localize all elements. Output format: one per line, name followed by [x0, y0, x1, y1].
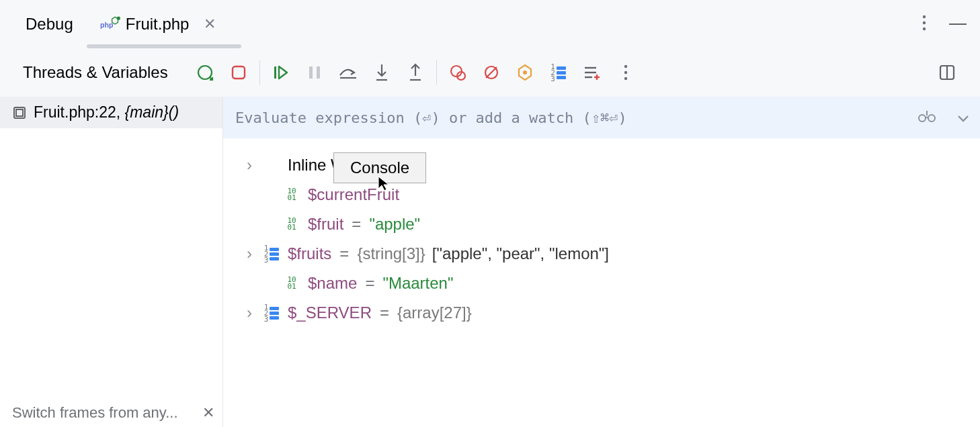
svg-point-1	[116, 17, 120, 20]
cursor-icon	[378, 176, 390, 195]
rerun-icon[interactable]	[188, 59, 222, 86]
status-message: Switch frames from any... ✕	[12, 404, 214, 422]
tab-debug[interactable]: Debug	[12, 15, 87, 34]
evaluate-expression-input[interactable]: Evaluate expression (⏎) or add a watch (…	[223, 97, 980, 138]
variables-panel: Evaluate expression (⏎) or add a watch (…	[223, 97, 980, 427]
glasses-icon[interactable]	[917, 109, 937, 126]
status-text: Switch frames from any...	[12, 404, 178, 422]
stop-icon[interactable]	[222, 59, 255, 86]
variable-value: "apple"	[369, 215, 420, 234]
svg-point-4	[923, 28, 926, 30]
close-status-icon[interactable]: ✕	[202, 404, 214, 422]
frame-location: Fruit.php:22,	[34, 103, 125, 121]
debug-toolbar: Threads & Variables 123	[0, 48, 980, 97]
variable-row-name[interactable]: › 1001 $name = "Maarten"	[243, 269, 980, 298]
stack-frame-item[interactable]: Fruit.php:22, {main}()	[0, 97, 222, 128]
svg-point-26	[624, 71, 626, 74]
threads-variables-label: Threads & Variables	[23, 63, 168, 82]
variable-name: $fruit	[308, 215, 343, 234]
view-breakpoints-icon[interactable]	[441, 59, 475, 86]
minimize-icon[interactable]	[949, 23, 967, 25]
scalar-icon: 1001	[287, 188, 296, 201]
variable-row-server[interactable]: › 123 $_SERVER = {array[27]}	[243, 298, 980, 328]
top-tab-bar: Debug php Fruit.php ✕	[0, 0, 980, 48]
variable-value: "Maarten"	[382, 274, 453, 293]
svg-rect-6	[233, 66, 245, 79]
step-out-icon[interactable]	[399, 59, 432, 86]
chevron-down-icon[interactable]	[957, 109, 969, 126]
pause-icon	[298, 59, 331, 86]
svg-rect-8	[309, 66, 313, 79]
scalar-icon: 1001	[287, 277, 296, 290]
svg-rect-7	[274, 66, 276, 79]
more-icon[interactable]	[609, 59, 643, 86]
svg-point-27	[624, 77, 626, 80]
layout-settings-icon[interactable]	[930, 59, 964, 86]
svg-text:php: php	[100, 21, 114, 29]
frames-panel: Fruit.php:22, {main}() Switch frames fro…	[0, 97, 223, 427]
php-file-icon: php	[100, 17, 120, 32]
tab-fruit-php[interactable]: php Fruit.php ✕	[87, 0, 230, 48]
svg-point-19	[523, 70, 527, 75]
svg-point-3	[923, 21, 926, 24]
variable-row-fruit[interactable]: › 1001 $fruit = "apple"	[243, 209, 980, 239]
toolbar-separator	[436, 60, 437, 85]
svg-point-25	[624, 65, 626, 68]
svg-point-32	[919, 115, 926, 122]
variable-preview: ["apple", "pear", "lemon"]	[432, 244, 609, 263]
svg-rect-31	[16, 109, 23, 116]
svg-point-15	[451, 66, 462, 77]
variable-name: $_SERVER	[288, 303, 372, 322]
svg-point-2	[923, 15, 926, 18]
toolbar-separator	[259, 60, 260, 85]
tab-file-label: Fruit.php	[126, 15, 190, 34]
variable-type: {string[3]}	[357, 244, 425, 263]
add-watch-icon[interactable]	[575, 59, 609, 86]
sort-variables-icon[interactable]: 123	[542, 59, 575, 86]
svg-point-33	[928, 115, 935, 122]
array-icon: 123	[264, 245, 280, 263]
variable-row-fruits[interactable]: › 123 $fruits = {string[3]} ["apple", "p…	[243, 239, 980, 269]
variable-row-currentfruit[interactable]: › 1001 $currentFruit	[243, 180, 980, 209]
array-icon: 123	[264, 304, 280, 322]
tooltip-label: Console	[350, 158, 409, 177]
frame-function: {main}()	[125, 103, 179, 121]
step-into-icon[interactable]	[365, 59, 399, 86]
more-options-icon[interactable]	[922, 15, 926, 34]
frame-icon	[12, 105, 27, 120]
variable-name: $fruits	[288, 244, 331, 263]
variable-name: $name	[308, 274, 357, 293]
close-icon[interactable]: ✕	[204, 15, 216, 33]
evaluate-placeholder: Evaluate expression (⏎) or add a watch (…	[235, 109, 627, 126]
svg-rect-9	[317, 66, 320, 79]
exception-breakpoint-icon[interactable]	[508, 59, 542, 86]
resume-icon[interactable]	[264, 59, 298, 86]
variable-type: {array[27]}	[397, 303, 472, 322]
step-over-icon[interactable]	[331, 59, 365, 86]
mute-breakpoints-icon[interactable]	[475, 59, 508, 86]
scalar-icon: 1001	[287, 218, 296, 231]
